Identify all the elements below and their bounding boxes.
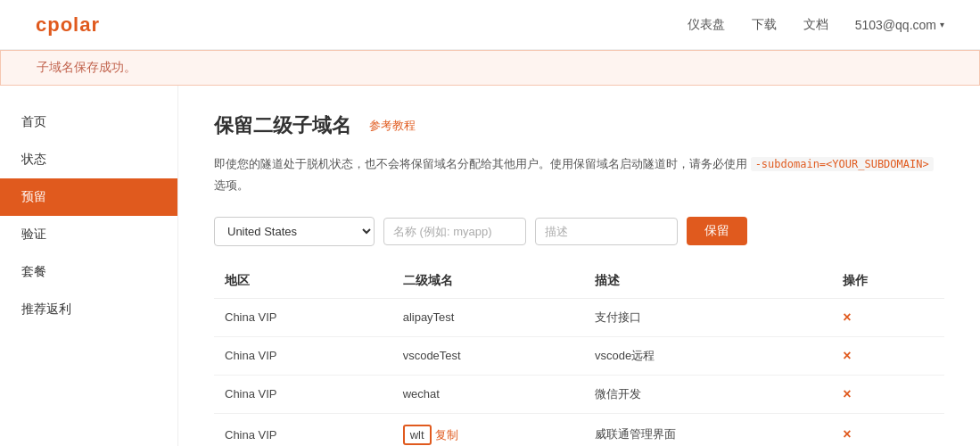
cell-subdomain: vscodeTest xyxy=(392,336,584,375)
copy-label[interactable]: 复制 xyxy=(435,428,458,442)
sidebar-item-reserve[interactable]: 预留 xyxy=(0,178,177,216)
col-header-subdomain: 二级域名 xyxy=(392,264,584,299)
cell-action: × xyxy=(832,375,944,413)
layout: 首页 状态 预留 验证 套餐 推荐返利 保留二级子域名 参考教程 即使您的隧道处… xyxy=(0,86,980,446)
sidebar-item-verify[interactable]: 验证 xyxy=(0,216,177,253)
cell-action: × xyxy=(832,336,944,375)
sidebar-item-referral[interactable]: 推荐返利 xyxy=(0,291,177,328)
page-header: 保留二级子域名 参考教程 xyxy=(214,112,944,139)
cell-subdomain: wechat xyxy=(392,375,584,413)
save-button[interactable]: 保留 xyxy=(687,217,747,245)
cell-action: × xyxy=(832,413,944,446)
cell-subdomain: wlt复制 xyxy=(392,413,584,446)
cell-desc: 微信开发 xyxy=(584,375,832,413)
description: 即使您的隧道处于脱机状态，也不会将保留域名分配给其他用户。使用保留域名启动隧道时… xyxy=(214,153,944,195)
form-row: United States China China VIP 保留 xyxy=(214,217,944,246)
banner-message: 子域名保存成功。 xyxy=(37,60,136,74)
desc-input[interactable] xyxy=(535,218,678,245)
desc-text-1: 即使您的隧道处于脱机状态，也不会将保留域名分配给其他用户。使用保留域名启动隧道时… xyxy=(214,157,747,170)
table-row: China VIPwechat微信开发× xyxy=(214,375,944,413)
delete-button[interactable]: × xyxy=(843,426,851,442)
col-header-region: 地区 xyxy=(214,264,392,299)
header-nav: 仪表盘 下载 文档 5103@qq.com ▾ xyxy=(688,17,944,33)
sidebar-item-status[interactable]: 状态 xyxy=(0,141,177,178)
cell-region: China VIP xyxy=(214,375,392,413)
cell-desc: 支付接口 xyxy=(584,298,832,336)
delete-button[interactable]: × xyxy=(843,310,851,325)
cell-region: China VIP xyxy=(214,413,392,446)
main-content: 保留二级子域名 参考教程 即使您的隧道处于脱机状态，也不会将保留域名分配给其他用… xyxy=(178,86,980,446)
user-email: 5103@qq.com xyxy=(855,18,936,32)
success-banner: 子域名保存成功。 xyxy=(0,50,980,86)
user-menu[interactable]: 5103@qq.com ▾ xyxy=(855,18,944,32)
cell-region: China VIP xyxy=(214,298,392,336)
cell-action: × xyxy=(832,298,944,336)
subdomain-table: 地区 二级域名 描述 操作 China VIPalipayTest支付接口×Ch… xyxy=(214,264,944,446)
highlighted-subdomain: wlt xyxy=(403,425,432,445)
tutorial-link[interactable]: 参考教程 xyxy=(369,118,416,134)
nav-docs[interactable]: 文档 xyxy=(803,17,828,33)
nav-dashboard[interactable]: 仪表盘 xyxy=(688,17,725,33)
region-select[interactable]: United States China China VIP xyxy=(214,217,375,246)
header: cpolar 仪表盘 下载 文档 5103@qq.com ▾ xyxy=(0,0,980,50)
delete-button[interactable]: × xyxy=(843,386,851,401)
cell-subdomain: alipayTest xyxy=(392,298,584,336)
col-header-desc: 描述 xyxy=(584,264,832,299)
col-header-action: 操作 xyxy=(832,264,944,299)
sidebar-item-plan[interactable]: 套餐 xyxy=(0,253,177,291)
name-input[interactable] xyxy=(383,218,526,245)
cell-desc: 威联通管理界面 xyxy=(584,413,832,446)
table-row: China VIPvscodeTestvscode远程× xyxy=(214,336,944,375)
delete-button[interactable]: × xyxy=(843,348,851,363)
table-row: China VIPalipayTest支付接口× xyxy=(214,298,944,336)
sidebar-item-home[interactable]: 首页 xyxy=(0,103,177,141)
sidebar: 首页 状态 预留 验证 套餐 推荐返利 xyxy=(0,86,178,446)
cell-desc: vscode远程 xyxy=(584,336,832,375)
desc-text-2: 选项。 xyxy=(214,178,249,192)
cell-region: China VIP xyxy=(214,336,392,375)
logo: cpolar xyxy=(36,13,100,37)
table-row: China VIPwlt复制威联通管理界面× xyxy=(214,413,944,446)
nav-download[interactable]: 下载 xyxy=(752,17,777,33)
page-title: 保留二级子域名 xyxy=(214,112,351,139)
desc-code: -subdomain=<YOUR_SUBDOMAIN> xyxy=(751,157,934,171)
chevron-down-icon: ▾ xyxy=(940,20,944,29)
